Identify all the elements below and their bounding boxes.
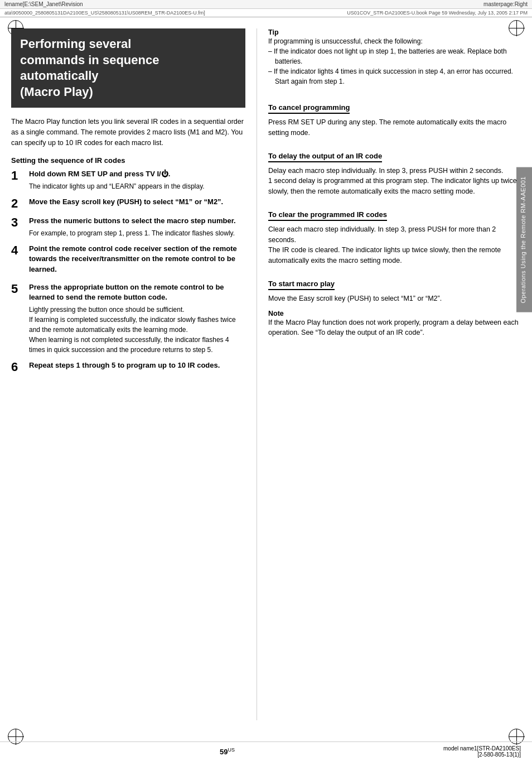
step-3-body: For example, to program step 1, press 1.… — [29, 228, 245, 238]
note-body: If the Macro Play function does not work… — [268, 317, 521, 339]
step-5-content: Press the appropriate button on the remo… — [29, 282, 245, 355]
footer-page-number: 59US — [220, 747, 235, 756]
left-column: Performing several commands in sequence … — [11, 28, 257, 720]
header-left: lename[E:\SEM_Janet\Revision — [4, 1, 83, 7]
intro-paragraph: The Macro Play function lets you link se… — [11, 117, 245, 148]
header-right: masterpage:Right — [483, 1, 528, 7]
step-3-title: Press the numeric buttons to select the … — [29, 216, 245, 226]
step-6-content: Repeat steps 1 through 5 to program up t… — [29, 360, 245, 373]
setting-sequence-heading: Setting the sequence of IR codes — [11, 156, 245, 165]
tip-body: If programming is unsuccessful, check th… — [268, 36, 521, 86]
footer: 59US model name1[STR-DA2100ES] [2-580-80… — [0, 741, 532, 761]
step-number-4: 4 — [11, 244, 25, 257]
note-label: Note — [268, 310, 521, 317]
page-title: Performing several commands in sequence … — [20, 36, 236, 100]
step-5-title: Press the appropriate button on the remo… — [29, 282, 245, 302]
steps-list: 1 Hold down RM SET UP and press TV I/⏻. … — [11, 169, 245, 374]
file-bar: ata\9050000_2580805131DA2100ES_US\258080… — [0, 9, 532, 17]
delay-output-section: To delay the output of an IR code Delay … — [268, 144, 521, 197]
step-number-1: 1 — [11, 169, 25, 182]
tip-intro: If programming is unsuccessful, check th… — [268, 36, 521, 46]
step-1-title: Hold down RM SET UP and press TV I/⏻. — [29, 169, 245, 179]
step-4-content: Point the remote control code receiver s… — [29, 244, 245, 277]
step-4: 4 Point the remote control code receiver… — [11, 244, 245, 277]
cancel-programming-heading: To cancel programming — [268, 103, 350, 114]
step-1-body: The indicator lights up and “LEARN” appe… — [29, 181, 245, 191]
tip-item-1: If the indicator does not light up in st… — [268, 46, 521, 66]
step-1-content: Hold down RM SET UP and press TV I/⏻. Th… — [29, 169, 245, 191]
file-info: US01COV_STR-DA2100ES-U.book Page 59 Wedn… — [347, 10, 528, 16]
tip-list: If the indicator does not light up in st… — [268, 46, 521, 86]
header-bar: lename[E:\SEM_Janet\Revision masterpage:… — [0, 0, 532, 9]
start-macro-heading: To start macro play — [268, 280, 335, 290]
clear-ir-body: Clear each macro step individually. In s… — [268, 224, 521, 266]
step-5-body: Lightly pressing the button once should … — [29, 305, 245, 355]
step-3-content: Press the numeric buttons to select the … — [29, 216, 245, 238]
start-macro-section: To start macro play Move the Easy scroll… — [268, 272, 521, 304]
right-column: Tip If programming is unsuccessful, chec… — [257, 28, 521, 720]
step-number-6: 6 — [11, 360, 25, 374]
step-2-title: Move the Easy scroll key (PUSH) to selec… — [29, 197, 245, 207]
footer-right: model name1[STR-DA2100ES] [2-580-805-13(… — [443, 745, 521, 758]
tip-label: Tip — [268, 28, 521, 36]
step-number-3: 3 — [11, 216, 25, 229]
clear-ir-section: To clear the programmed IR codes Clear e… — [268, 203, 521, 266]
title-box: Performing several commands in sequence … — [11, 28, 245, 108]
step-4-title: Point the remote control code receiver s… — [29, 244, 245, 274]
tip-section: Tip If programming is unsuccessful, chec… — [268, 28, 521, 86]
step-6-title: Repeat steps 1 through 5 to program up t… — [29, 360, 245, 370]
delay-output-body: Delay each macro step individually. In s… — [268, 166, 521, 197]
page-content: Performing several commands in sequence … — [0, 17, 532, 731]
step-6: 6 Repeat steps 1 through 5 to program up… — [11, 360, 245, 374]
step-1: 1 Hold down RM SET UP and press TV I/⏻. … — [11, 169, 245, 191]
step-number-5: 5 — [11, 282, 25, 296]
step-2: 2 Move the Easy scroll key (PUSH) to sel… — [11, 197, 245, 210]
delay-output-heading: To delay the output of an IR code — [268, 152, 382, 162]
step-number-2: 2 — [11, 197, 25, 210]
step-3: 3 Press the numeric buttons to select th… — [11, 216, 245, 238]
file-path: ata\9050000_2580805131DA2100ES_US\258080… — [4, 10, 205, 16]
cancel-programming-section: To cancel programming Press RM SET UP du… — [268, 95, 521, 138]
tip-item-2: If the indicator lights 4 times in quick… — [268, 66, 521, 86]
cancel-programming-body: Press RM SET UP during any step. The rem… — [268, 117, 521, 138]
step-5: 5 Press the appropriate button on the re… — [11, 282, 245, 355]
start-macro-body: Move the Easy scroll key (PUSH) to selec… — [268, 293, 521, 304]
clear-ir-heading: To clear the programmed IR codes — [268, 210, 387, 221]
note-section: Note If the Macro Play function does not… — [268, 310, 521, 339]
step-2-content: Move the Easy scroll key (PUSH) to selec… — [29, 197, 245, 209]
